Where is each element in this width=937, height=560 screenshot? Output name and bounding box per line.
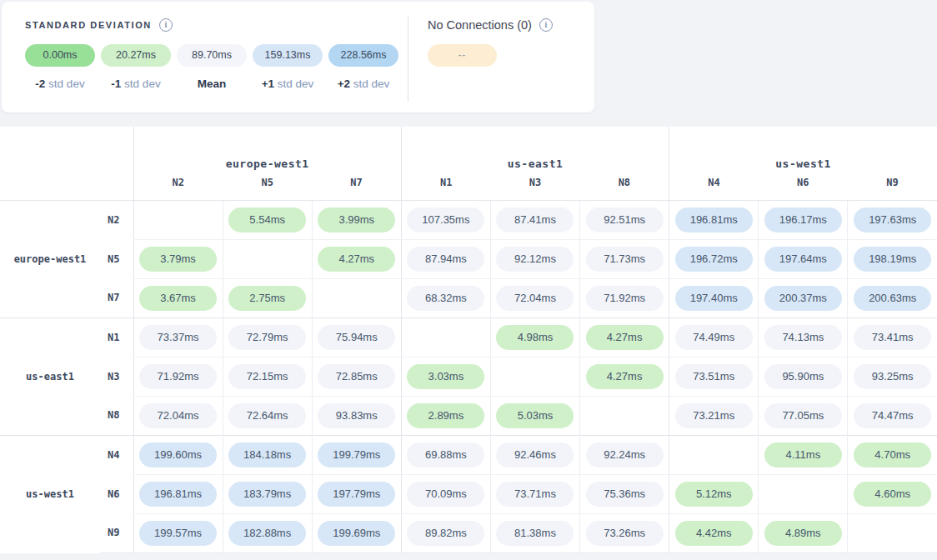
row-header-N9: N9 xyxy=(100,513,133,552)
latency-pill[interactable]: 196.81ms xyxy=(675,208,753,232)
latency-cell: 197.63ms xyxy=(848,200,937,239)
latency-pill[interactable]: 74.13ms xyxy=(764,325,842,350)
info-icon[interactable]: i xyxy=(539,18,553,32)
legend-divider xyxy=(408,17,408,102)
latency-pill[interactable]: 4.27ms xyxy=(586,364,664,389)
latency-pill[interactable]: 92.12ms xyxy=(496,247,574,272)
latency-pill[interactable]: 2.75ms xyxy=(228,286,306,311)
column-group-header-europe-west1: europe-west1 xyxy=(133,127,401,175)
latency-pill[interactable]: 196.72ms xyxy=(675,247,753,272)
latency-pill[interactable]: 5.54ms xyxy=(228,208,306,232)
latency-pill[interactable]: 73.51ms xyxy=(675,364,753,389)
latency-pill[interactable]: 196.81ms xyxy=(139,482,217,507)
latency-pill[interactable]: 75.94ms xyxy=(318,325,395,350)
latency-pill[interactable]: 200.63ms xyxy=(854,286,931,311)
latency-pill[interactable]: 199.60ms xyxy=(139,442,217,468)
latency-cell: 3.79ms xyxy=(133,239,223,278)
info-icon[interactable]: i xyxy=(159,18,173,32)
latency-pill[interactable]: 3.03ms xyxy=(407,364,484,389)
latency-pill[interactable]: 200.37ms xyxy=(764,286,842,311)
latency-pill[interactable]: 75.36ms xyxy=(586,482,664,507)
latency-pill[interactable]: 92.46ms xyxy=(496,442,574,468)
latency-pill[interactable]: 4.42ms xyxy=(675,521,753,546)
latency-pill[interactable]: 4.89ms xyxy=(764,521,842,546)
legend-item: 0.00ms-2 std dev xyxy=(25,44,95,90)
latency-pill[interactable]: 183.79ms xyxy=(228,482,306,507)
latency-pill[interactable]: 72.64ms xyxy=(228,403,306,428)
latency-pill[interactable]: 3.67ms xyxy=(139,286,217,311)
latency-pill[interactable]: 199.57ms xyxy=(139,521,217,546)
latency-cell: 199.57ms xyxy=(133,513,223,552)
latency-cell: 74.13ms xyxy=(759,318,848,357)
latency-pill[interactable]: 89.82ms xyxy=(407,521,484,546)
latency-pill[interactable]: 4.98ms xyxy=(496,325,574,350)
latency-cell: 196.81ms xyxy=(669,200,759,239)
latency-pill[interactable]: 87.94ms xyxy=(407,247,484,272)
legend-label: Mean xyxy=(177,78,247,90)
column-header-N6: N6 xyxy=(759,175,848,200)
row-header-N6: N6 xyxy=(100,474,133,513)
latency-pill[interactable]: 3.99ms xyxy=(318,208,395,232)
latency-pill[interactable]: 4.70ms xyxy=(854,442,931,468)
latency-pill[interactable]: 197.63ms xyxy=(854,208,931,232)
latency-cell: 184.18ms xyxy=(223,435,312,474)
column-header-N7: N7 xyxy=(312,175,401,200)
latency-cell: 74.47ms xyxy=(848,396,937,435)
latency-pill[interactable]: 107.35ms xyxy=(407,208,484,232)
latency-pill[interactable]: 93.25ms xyxy=(854,364,931,389)
corner-cell xyxy=(0,127,133,200)
latency-cell: 72.04ms xyxy=(133,396,223,435)
latency-pill[interactable]: 73.37ms xyxy=(139,325,217,350)
latency-pill[interactable]: 70.09ms xyxy=(407,482,484,507)
latency-pill[interactable]: 71.92ms xyxy=(586,286,664,311)
latency-pill[interactable]: 73.26ms xyxy=(586,521,664,546)
latency-pill[interactable]: 72.04ms xyxy=(496,286,574,311)
latency-pill[interactable]: 199.69ms xyxy=(318,521,395,546)
latency-pill[interactable]: 72.79ms xyxy=(228,325,306,350)
legend-item: 228.56ms+2 std dev xyxy=(328,44,398,90)
latency-pill[interactable]: 4.27ms xyxy=(318,247,395,272)
latency-pill[interactable]: 196.17ms xyxy=(764,208,842,232)
latency-pill[interactable]: 2.89ms xyxy=(407,403,484,428)
latency-cell: 77.05ms xyxy=(759,396,848,435)
latency-pill[interactable]: 199.79ms xyxy=(318,442,395,468)
latency-pill[interactable]: 73.71ms xyxy=(496,482,574,507)
latency-pill[interactable]: 92.24ms xyxy=(586,442,664,468)
latency-pill[interactable]: 197.40ms xyxy=(675,286,753,311)
latency-pill[interactable]: 92.51ms xyxy=(586,208,664,232)
row-header-N5: N5 xyxy=(100,239,133,278)
latency-pill[interactable]: 198.19ms xyxy=(854,247,931,272)
latency-pill[interactable]: 197.79ms xyxy=(318,482,395,507)
legend-card: STANDARD DEVIATION i 0.00ms-2 std dev20.… xyxy=(2,2,594,112)
latency-pill[interactable]: 4.11ms xyxy=(764,442,842,468)
latency-pill[interactable]: 68.32ms xyxy=(407,286,484,311)
latency-pill[interactable]: 95.90ms xyxy=(764,364,842,389)
latency-cell: 183.79ms xyxy=(223,474,312,513)
latency-pill[interactable]: 87.41ms xyxy=(496,208,574,232)
latency-pill[interactable]: 4.27ms xyxy=(586,325,664,350)
latency-pill[interactable]: 5.03ms xyxy=(496,403,574,428)
latency-pill[interactable]: 197.64ms xyxy=(764,247,842,272)
latency-pill[interactable]: 182.88ms xyxy=(228,521,306,546)
latency-cell: 182.88ms xyxy=(223,513,312,552)
latency-pill[interactable]: 4.60ms xyxy=(854,482,931,507)
latency-pill[interactable]: 74.47ms xyxy=(854,403,931,428)
latency-pill[interactable]: 3.79ms xyxy=(139,247,217,272)
latency-pill[interactable]: 5.12ms xyxy=(675,482,753,507)
latency-pill[interactable]: 71.73ms xyxy=(586,247,664,272)
latency-cell: 74.49ms xyxy=(669,318,759,357)
latency-pill[interactable]: 72.04ms xyxy=(139,403,217,428)
latency-pill[interactable]: 73.41ms xyxy=(854,325,931,350)
latency-pill[interactable]: 184.18ms xyxy=(228,442,306,468)
latency-pill[interactable]: 72.15ms xyxy=(228,364,306,389)
latency-pill[interactable]: 77.05ms xyxy=(764,403,842,428)
latency-pill[interactable]: 93.83ms xyxy=(318,403,395,428)
latency-cell: 107.35ms xyxy=(401,200,490,239)
latency-pill[interactable]: 71.92ms xyxy=(139,364,217,389)
latency-pill[interactable]: 69.88ms xyxy=(407,442,484,468)
latency-pill[interactable]: 81.38ms xyxy=(496,521,574,546)
latency-pill[interactable]: 72.85ms xyxy=(318,364,395,389)
latency-pill[interactable]: 74.49ms xyxy=(675,325,753,350)
latency-cell: 75.94ms xyxy=(312,318,401,357)
latency-pill[interactable]: 73.21ms xyxy=(675,403,753,428)
